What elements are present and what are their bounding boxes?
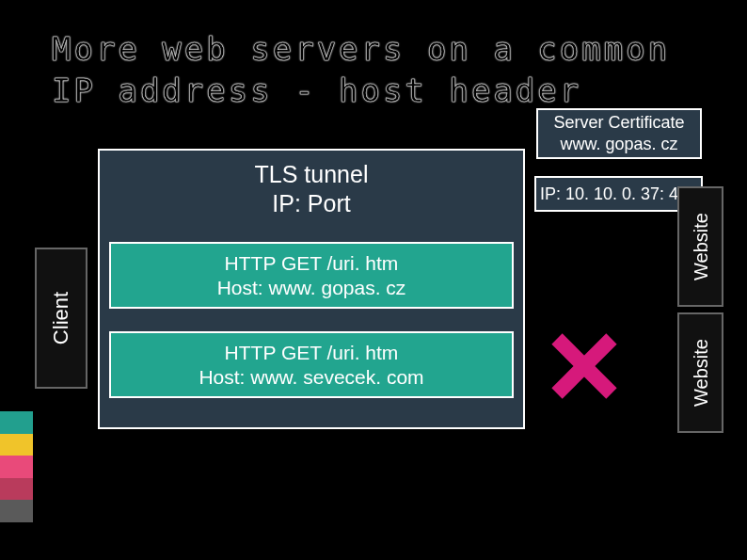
website-label: Website xyxy=(690,339,711,407)
server-certificate-box: Server Certificate www. gopas. cz xyxy=(536,108,702,159)
http-request-gopas: HTTP GET /uri. htm Host: www. gopas. cz xyxy=(109,242,514,309)
http-request-sevecek: HTTP GET /uri. htm Host: www. sevecek. c… xyxy=(109,331,514,398)
server-certificate-line2: www. gopas. cz xyxy=(538,134,700,155)
website-box-1: Website xyxy=(677,186,723,307)
client-box: Client xyxy=(35,248,87,389)
tls-tunnel-label: TLS tunnel IP: Port xyxy=(100,160,523,219)
client-label: Client xyxy=(49,292,73,344)
decorative-stripe xyxy=(0,411,33,522)
website-label: Website xyxy=(690,213,711,280)
server-certificate-line1: Server Certificate xyxy=(538,112,700,134)
website-box-2: Website xyxy=(677,312,723,433)
http-request-line1: HTTP GET /uri. htm xyxy=(111,251,512,275)
http-request-line1: HTTP GET /uri. htm xyxy=(111,341,512,364)
http-request-line2: Host: www. gopas. cz xyxy=(111,276,512,299)
http-request-line2: Host: www. sevecek. com xyxy=(111,365,512,389)
tls-tunnel-line2: IP: Port xyxy=(100,189,523,218)
tls-tunnel-line1: TLS tunnel xyxy=(100,160,523,189)
slide-title: More web servers on a common IP address … xyxy=(52,28,709,111)
cross-icon xyxy=(546,328,623,405)
